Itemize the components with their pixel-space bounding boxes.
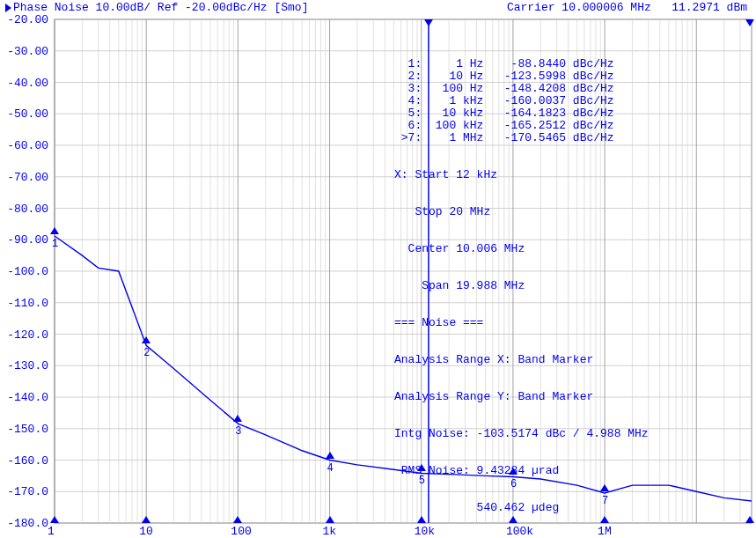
marker-row: 3: 100 Hz -148.4208 dBc/Hz [394,83,649,95]
analysis-range-x: Analysis Range X: Band Marker [394,354,649,366]
rms-noise: RMS Noise: 9.43284 µrad [394,465,649,477]
marker-row: 6: 100 kHz -165.2512 dBc/Hz [394,120,649,132]
marker-row: 1: 1 Hz -88.8440 dBc/Hz [394,58,649,70]
marker-3[interactable] [233,413,242,425]
right-edge-bottom-icon [745,516,754,523]
y-tick-label: -170.0 [0,485,48,498]
y-tick-label: -180.0 [0,517,48,530]
marker-rows: 1: 1 Hz -88.8440 dBc/Hz 2: 10 Hz -123.59… [394,58,649,144]
x-center: Center 10.006 MHz [394,243,649,255]
x-tick-triangle-icon [233,516,242,523]
x-stop: Stop 20 MHz [394,206,649,218]
x-tick-triangle-icon [142,516,150,523]
x-tick-label: 1 [48,525,55,538]
marker-row: 5: 10 kHz -164.1823 dBc/Hz [394,107,649,120]
carrier-power: 11.2971 dBm [672,1,747,14]
analysis-range-y: Analysis Range Y: Band Marker [394,391,649,403]
x-tick-triangle-icon [326,516,334,523]
x-tick-label: 1k [323,525,337,538]
triangle-right-icon [5,4,11,12]
marker-4[interactable] [326,450,334,462]
x-tick-label: 10 [139,525,153,538]
marker-label-2: 2 [143,347,150,359]
marker-1[interactable] [50,225,59,238]
y-tick-label: -70.00 [0,171,48,184]
rms-noise-deg: 540.462 µdeg [394,502,649,514]
y-tick-label: -100.0 [0,265,48,278]
marker-row: 4: 1 kHz -160.0037 dBc/Hz [394,95,649,107]
band-marker-top-icon [424,19,433,26]
marker-label-3: 3 [235,425,241,438]
y-tick-label: -30.00 [0,45,48,58]
y-tick-label: -90.00 [0,233,48,247]
marker-label-1: 1 [52,238,58,250]
plot-area[interactable]: -20.00-30.00-40.00-50.00-60.00-70.00-80.… [0,16,756,538]
x-start: X: Start 12 kHz [394,169,649,181]
title-text: Phase Noise 10.00dB/ Ref -20.00dBc/Hz [S… [13,1,308,14]
carrier-info: Carrier 10.000006 MHz 11.2971 dBm [507,1,747,14]
x-tick-triangle-icon [50,516,59,523]
y-tick-label: -110.0 [0,297,48,310]
y-tick-label: -60.00 [0,139,48,152]
y-tick-label: -50.00 [0,107,48,121]
plot-title: Phase Noise 10.00dB/ Ref -20.00dBc/Hz [S… [5,1,308,14]
carrier-text: Carrier 10.000006 MHz [507,1,651,14]
intg-noise: Intg Noise: -103.5174 dBc / 4.988 MHz [394,428,649,440]
y-tick-label: -160.0 [0,454,48,468]
x-tick-label: 100 [231,525,251,538]
y-tick-label: -130.0 [0,359,48,372]
right-edge-top-icon [745,19,754,26]
marker-row: >7: 1 MHz -170.5465 dBc/Hz [394,132,649,144]
marker-row: 2: 10 Hz -123.5998 dBc/Hz [394,70,649,83]
y-tick-label: -120.0 [0,328,48,342]
x-span: Span 19.988 MHz [394,280,649,292]
y-tick-label: -150.0 [0,423,48,436]
y-tick-label: -20.00 [0,13,48,26]
marker-label-4: 4 [327,462,334,475]
y-tick-label: -80.00 [0,203,48,216]
phase-noise-plot-window: Phase Noise 10.00dB/ Ref -20.00dBc/Hz [S… [0,0,756,538]
marker-2[interactable] [142,335,150,347]
y-tick-label: -40.00 [0,77,48,90]
marker-table: 1: 1 Hz -88.8440 dBc/Hz 2: 10 Hz -123.59… [394,33,649,538]
y-tick-label: -140.0 [0,391,48,404]
noise-header: === Noise === [394,317,649,329]
